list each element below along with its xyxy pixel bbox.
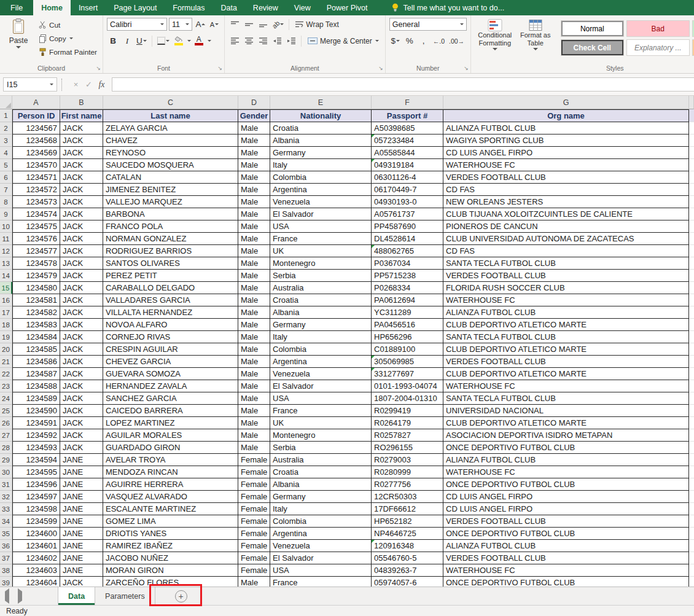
cell-D23[interactable]: Male	[238, 380, 270, 392]
cell-C25[interactable]: CAICEDO BARRERA	[103, 405, 238, 417]
cell-G16[interactable]: WATERHOUSE FC	[443, 294, 689, 306]
cell-G21[interactable]: VERDES FOOTBALL CLUB	[443, 356, 689, 368]
cell-B32[interactable]: JANE	[60, 491, 103, 503]
cell-A6[interactable]: 1234571	[12, 171, 60, 184]
cell-E12[interactable]: UK	[270, 245, 372, 257]
row-header-14[interactable]: 14	[0, 270, 12, 282]
number-format-select[interactable]: General	[389, 18, 467, 31]
cell-B8[interactable]: JACK	[60, 196, 103, 208]
cell-G8[interactable]: NEW ORLEANS JESTERS	[443, 196, 689, 208]
header-cell-first-name[interactable]: First name	[60, 109, 103, 122]
italic-button[interactable]: I	[121, 34, 133, 47]
cell-A25[interactable]: 1234590	[12, 405, 60, 417]
cell-D37[interactable]: Female	[238, 552, 270, 564]
cell-E36[interactable]: Venezuela	[270, 540, 372, 552]
cell-B9[interactable]: JACK	[60, 208, 103, 220]
cell-C28[interactable]: GUARDADO GIRON	[103, 442, 238, 454]
cell-E38[interactable]: USA	[270, 564, 372, 577]
sheet-nav-right-button[interactable]	[18, 591, 22, 601]
name-box[interactable]: I15	[3, 77, 57, 92]
cell-D26[interactable]: Male	[238, 417, 270, 429]
cell-E4[interactable]: Germany	[270, 147, 372, 159]
cell-G14[interactable]: VERDES FOOTBALL CLUB	[443, 270, 689, 282]
cell-style-check-cell[interactable]: Check Cell	[561, 39, 624, 56]
cell-B13[interactable]: JACK	[60, 257, 103, 270]
cell-F35[interactable]: NP4646725	[372, 528, 443, 540]
cell-F14[interactable]: PP5715238	[372, 270, 443, 282]
cell-B2[interactable]: JACK	[60, 122, 103, 135]
cell-G18[interactable]: CLUB DEPORTIVO ATLETICO MARTE	[443, 319, 689, 331]
cell-F39[interactable]: 05974057-6	[372, 577, 443, 587]
cell-D11[interactable]: Male	[238, 233, 270, 245]
row-header-22[interactable]: 22	[0, 368, 12, 380]
cell-D35[interactable]: Female	[238, 528, 270, 540]
cell-B26[interactable]: JACK	[60, 417, 103, 429]
cell-C35[interactable]: DRIOTIS YANES	[103, 528, 238, 540]
cell-E37[interactable]: El Salvador	[270, 552, 372, 564]
cell-G37[interactable]: VERDES FOOTBALL CLUB	[443, 552, 689, 564]
cell-G4[interactable]: CD LUIS ANGEL FIRPO	[443, 147, 689, 159]
orientation-button[interactable]: ab	[271, 18, 285, 31]
column-header-e[interactable]: E	[270, 96, 372, 109]
cell-A27[interactable]: 1234592	[12, 429, 60, 442]
cell-C8[interactable]: VALLEJO MARQUEZ	[103, 196, 238, 208]
cell-C26[interactable]: LOPEZ MARTINEZ	[103, 417, 238, 429]
cell-A11[interactable]: 1234576	[12, 233, 60, 245]
cell-G9[interactable]: CLUB TIJUANA XOLOITZCUINTLES DE CALIENTE	[443, 208, 689, 220]
cell-B25[interactable]: JACK	[60, 405, 103, 417]
cell-F32[interactable]: 12CR50303	[372, 491, 443, 503]
cell-C6[interactable]: CATALAN	[103, 171, 238, 184]
cell-G36[interactable]: ALIANZA FUTBOL CLUB	[443, 540, 689, 552]
row-header-5[interactable]: 5	[0, 159, 12, 171]
cell-E11[interactable]: France	[270, 233, 372, 245]
cell-B18[interactable]: JACK	[60, 319, 103, 331]
row-header-12[interactable]: 12	[0, 245, 12, 257]
row-header-16[interactable]: 16	[0, 294, 12, 306]
row-header-17[interactable]: 17	[0, 306, 12, 319]
cell-A28[interactable]: 1234593	[12, 442, 60, 454]
cell-B22[interactable]: JACK	[60, 368, 103, 380]
row-header-6[interactable]: 6	[0, 171, 12, 184]
cell-D13[interactable]: Male	[238, 257, 270, 270]
cell-A2[interactable]: 1234567	[12, 122, 60, 135]
cell-A29[interactable]: 1234594	[12, 454, 60, 466]
cell-E27[interactable]: Montenegro	[270, 429, 372, 442]
cell-F17[interactable]: YC311289	[372, 306, 443, 319]
cell-A17[interactable]: 1234582	[12, 306, 60, 319]
cell-F6[interactable]: 06301126-4	[372, 171, 443, 184]
cell-E24[interactable]: USA	[270, 392, 372, 405]
cell-D4[interactable]: Male	[238, 147, 270, 159]
cell-G20[interactable]: CLUB DEPORTIVO ATLETICO MARTE	[443, 343, 689, 356]
cell-A21[interactable]: 1234586	[12, 356, 60, 368]
cell-A26[interactable]: 1234591	[12, 417, 60, 429]
enter-button[interactable]: ✓	[82, 80, 95, 89]
row-header-24[interactable]: 24	[0, 392, 12, 405]
cell-D16[interactable]: Male	[238, 294, 270, 306]
cell-F26[interactable]: R0264179	[372, 417, 443, 429]
row-header-23[interactable]: 23	[0, 380, 12, 392]
cell-B4[interactable]: JACK	[60, 147, 103, 159]
cell-D20[interactable]: Male	[238, 343, 270, 356]
cell-G5[interactable]: WATERHOUSE FC	[443, 159, 689, 171]
ribbon-tab-power-pivot[interactable]: Power Pivot	[319, 0, 376, 15]
row-header-33[interactable]: 33	[0, 503, 12, 515]
cell-F19[interactable]: HP656296	[372, 331, 443, 343]
cell-B34[interactable]: JANE	[60, 515, 103, 528]
header-cell-last-name[interactable]: Last name	[103, 109, 238, 122]
cell-D5[interactable]: Male	[238, 159, 270, 171]
cell-B37[interactable]: JANE	[60, 552, 103, 564]
cell-C21[interactable]: CHEVEZ GARCIA	[103, 356, 238, 368]
cell-B11[interactable]: JACK	[60, 233, 103, 245]
cell-E25[interactable]: France	[270, 405, 372, 417]
cell-B31[interactable]: JANE	[60, 478, 103, 491]
cell-D38[interactable]: Female	[238, 564, 270, 577]
middle-align-button[interactable]	[243, 18, 255, 31]
align-center-button[interactable]	[243, 34, 255, 47]
cell-A7[interactable]: 1234572	[12, 184, 60, 196]
cell-F36[interactable]: 120916348	[372, 540, 443, 552]
cell-F8[interactable]: 04930193-0	[372, 196, 443, 208]
cell-B14[interactable]: JACK	[60, 270, 103, 282]
cell-B20[interactable]: JACK	[60, 343, 103, 356]
cell-A8[interactable]: 1234573	[12, 196, 60, 208]
cell-C10[interactable]: FRANCO POLA	[103, 220, 238, 233]
